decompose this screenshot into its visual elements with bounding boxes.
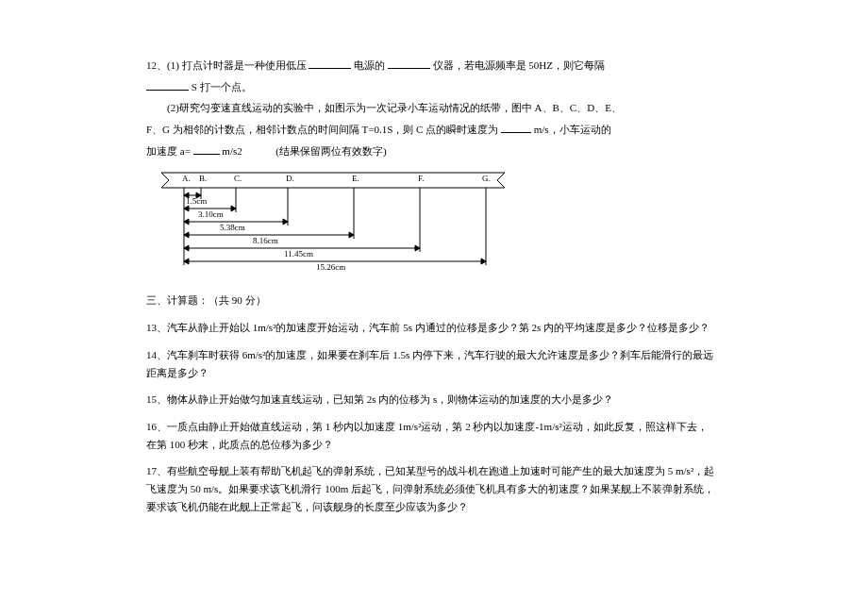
q16: 16、一质点由静止开始做直线运动，第 1 秒内以加速度 1m/s²运动，第 2 … — [146, 418, 717, 453]
svg-marker-18 — [349, 232, 354, 238]
blank-instrument[interactable] — [388, 58, 430, 69]
label-A: A. — [182, 174, 191, 183]
label-G: G. — [482, 174, 491, 183]
svg-marker-23 — [184, 259, 189, 264]
q12-l4-p2: m/s，小车运动的 — [534, 124, 611, 135]
measure-4: 8.16cm — [253, 236, 278, 245]
svg-marker-12 — [231, 206, 236, 211]
section-3-title: 三、计算题：（共 90 分） — [146, 292, 717, 309]
blank-interval[interactable] — [146, 79, 189, 91]
q17: 17、有些航空母舰上装有帮助飞机起飞的弹射系统，已知某型号的战斗机在跑道上加速时… — [146, 462, 717, 515]
blank-velocity[interactable] — [501, 122, 531, 133]
svg-marker-14 — [184, 219, 189, 225]
q12-line3: (2)研究匀变速直线运动的实验中，如图示为一次记录小车运动情况的纸带，图中 A、… — [146, 99, 717, 117]
measure-1: 1.5cm — [186, 196, 207, 206]
label-D: D. — [286, 174, 294, 183]
measure-5: 11.45cm — [284, 249, 313, 259]
q12-line5: 加速度 a= m/s2 (结果保留两位有效数字) — [146, 142, 717, 160]
tape-diagram: A. B. C. D. E. F. G. — [154, 171, 717, 273]
measure-3: 5.38cm — [220, 223, 245, 232]
svg-marker-11 — [184, 206, 189, 211]
q12-l5-p1: 加速度 a= — [146, 145, 191, 157]
q12-l4-p1: F、G 为相邻的计数点，相邻计数点的时间间隔 T=0.1S，则 C 点的瞬时速度… — [146, 124, 498, 135]
svg-marker-20 — [184, 245, 189, 251]
q13: 13、汽车从静止开始以 1m/s²的加速度开始运动，汽车前 5s 内通过的位移是… — [146, 319, 717, 337]
label-E: E. — [352, 174, 359, 183]
q12-l1-p1: 12、(1) 打点计时器是一种使用低压 — [146, 59, 307, 71]
q12-line4: F、G 为相邻的计数点，相邻计数点的时间间隔 T=0.1S，则 C 点的瞬时速度… — [146, 121, 717, 139]
label-C: C. — [234, 174, 242, 183]
label-F: F. — [418, 174, 425, 183]
blank-power[interactable] — [309, 58, 351, 69]
svg-marker-21 — [415, 245, 420, 251]
q14: 14、汽车刹车时获得 6m/s²的加速度，如果要在刹车后 1.5s 内停下来，汽… — [146, 346, 717, 381]
svg-marker-24 — [481, 259, 486, 264]
svg-marker-17 — [184, 232, 189, 238]
q12-l1-p3: 仪器，若电源频率是 50HZ，则它每隔 — [433, 59, 605, 71]
svg-marker-15 — [283, 219, 288, 225]
blank-accel[interactable] — [193, 143, 220, 155]
q12-l5-p2: m/s2 — [222, 145, 242, 157]
label-B: B. — [199, 174, 207, 183]
measure-2: 3.10cm — [198, 209, 224, 219]
q12-line2: S 打一个点。 — [146, 78, 717, 96]
measure-6: 15.26cm — [316, 262, 345, 272]
q12-l1-p2: 电源的 — [354, 59, 385, 71]
q12-l5-p3: (结果保留两位有效数字) — [275, 145, 386, 157]
q15: 15、物体从静止开始做匀加速直线运动，已知第 2s 内的位移为 s，则物体运动的… — [146, 391, 717, 409]
q12-l2-p1: S 打一个点。 — [192, 81, 252, 92]
q12-line1: 12、(1) 打点计时器是一种使用低压 电源的 仪器，若电源频率是 50HZ，则… — [146, 57, 717, 75]
